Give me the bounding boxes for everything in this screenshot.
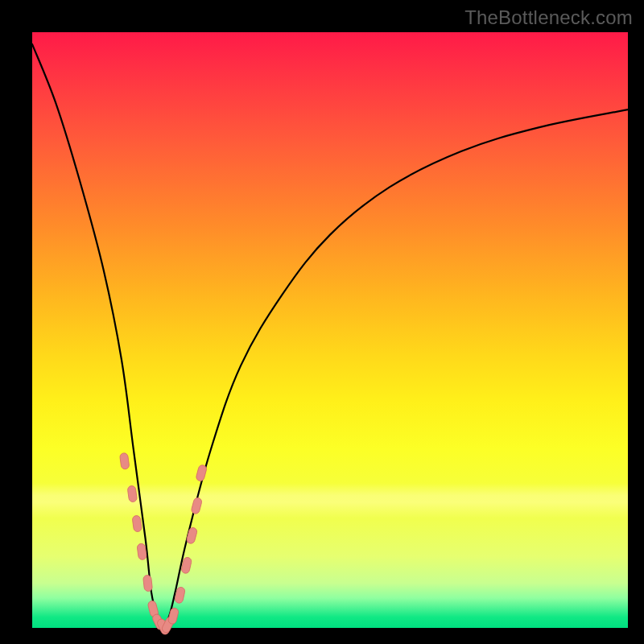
curve-marker bbox=[196, 464, 208, 482]
curve-marker bbox=[127, 485, 138, 502]
curve-marker bbox=[186, 526, 198, 544]
curve-marker bbox=[119, 452, 130, 469]
bottleneck-curve bbox=[32, 44, 628, 628]
curve-marker bbox=[132, 515, 142, 532]
marker-group bbox=[119, 452, 207, 635]
curve-marker bbox=[137, 543, 147, 560]
chart-overlay bbox=[32, 32, 628, 628]
curve-marker bbox=[167, 607, 180, 625]
curve-marker bbox=[142, 575, 152, 592]
watermark-text: TheBottleneck.com bbox=[464, 6, 633, 29]
curve-marker bbox=[191, 497, 203, 514]
chart-frame: TheBottleneck.com bbox=[0, 0, 644, 644]
